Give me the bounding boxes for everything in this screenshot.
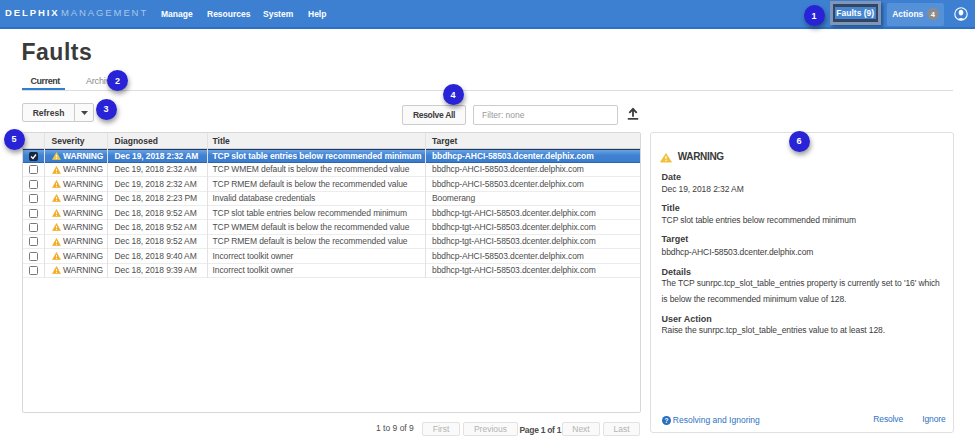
svg-text:?: ? xyxy=(664,416,668,423)
